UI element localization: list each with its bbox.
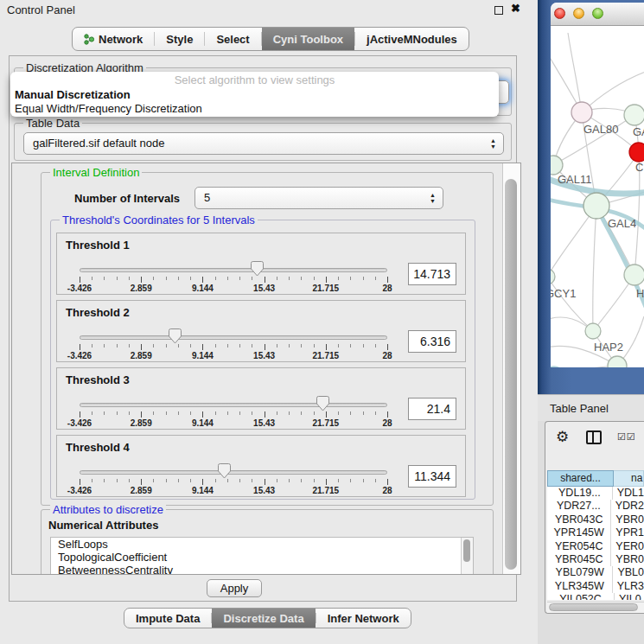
table-row[interactable]: YBL079WYBL0 — [547, 566, 644, 579]
control-panel: Control Panel ✖ NetworkStyleSelectCyni T… — [0, 0, 538, 644]
num-intervals-value: 5 — [204, 188, 210, 208]
gear-icon[interactable]: ⚙ — [556, 428, 569, 446]
table-row[interactable]: YDR27...YDR2 — [547, 500, 644, 513]
table-row[interactable]: YBR045CYBR0 — [547, 553, 644, 566]
node-label-gal11: GAL11 — [558, 173, 592, 186]
zoom-traffic-light-icon[interactable] — [592, 8, 603, 19]
close-traffic-light-icon[interactable] — [554, 8, 565, 19]
node-label-ga: GA — [633, 125, 644, 138]
float-window-icon[interactable] — [494, 6, 503, 15]
slider-ticks — [80, 344, 387, 351]
threshold-value-field[interactable]: 11.344 — [408, 465, 456, 488]
split-columns-icon[interactable] — [586, 430, 602, 444]
tick-mark — [265, 344, 265, 350]
table-row[interactable]: YER054CYER0 — [547, 540, 644, 553]
table-header-row: shared...na — [547, 470, 644, 487]
network-graph[interactable]: GAL80GACGAL11GAL4GCY1HHAP2 — [551, 26, 644, 367]
network-node[interactable] — [551, 156, 563, 175]
attributes-group-title: Attributes to discretize — [50, 503, 166, 516]
network-icon — [84, 34, 94, 45]
network-node[interactable] — [571, 102, 592, 123]
network-window-titlebar[interactable] — [551, 3, 644, 26]
horizontal-scrollbar[interactable] — [547, 602, 644, 613]
tick-mark — [326, 411, 327, 418]
tick-mark — [227, 479, 228, 482]
bottom-tab-bar: Impute DataDiscretize DataInfer Network — [124, 608, 411, 628]
tab-discretize-data[interactable]: Discretize Data — [212, 609, 315, 628]
slider-thumb[interactable] — [251, 261, 264, 277]
vertical-scrollbar[interactable] — [502, 163, 520, 574]
slider-track[interactable] — [80, 403, 387, 407]
cell-name: YBR0 — [610, 553, 644, 566]
tick-label: 2.859 — [131, 418, 152, 428]
network-node[interactable] — [551, 269, 555, 284]
tick-mark — [277, 411, 277, 415]
tab-cyni-toolbox[interactable]: Cyni Toolbox — [262, 28, 354, 50]
tab-select[interactable]: Select — [205, 28, 260, 50]
attribute-list-item[interactable]: BetweennessCentrality — [51, 564, 473, 575]
list-scrollbar-thumb[interactable] — [463, 539, 470, 562]
slider-track[interactable] — [80, 268, 387, 272]
tick-mark — [166, 344, 167, 348]
vertical-scrollbar-thumb[interactable] — [505, 179, 517, 570]
table-row[interactable]: YPR145WYPR1 — [547, 526, 644, 539]
apply-button[interactable]: Apply — [207, 579, 262, 597]
table-data-combobox[interactable]: galFiltered.sif default node ▲▼ — [23, 132, 504, 155]
slider-thumb[interactable] — [218, 463, 231, 479]
network-canvas[interactable]: GAL80GACGAL11GAL4GCY1HHAP2 — [551, 26, 644, 367]
slider-track[interactable] — [80, 335, 387, 340]
tick-mark — [166, 479, 167, 482]
tick-label: 15.43 — [253, 284, 275, 293]
horizontal-scrollbar-thumb[interactable] — [549, 603, 638, 611]
select-columns-icon[interactable]: ☑☑ — [617, 431, 636, 443]
popup-item-manual-discretization[interactable]: Manual Discretization — [10, 88, 499, 102]
tab-impute-data[interactable]: Impute Data — [124, 609, 211, 628]
network-node[interactable] — [629, 143, 644, 162]
tick-mark — [104, 277, 105, 280]
attribute-list-item[interactable]: SelfLoops — [51, 538, 473, 551]
tick-mark — [239, 479, 240, 482]
network-node[interactable] — [624, 105, 644, 125]
tab-infer-network[interactable]: Infer Network — [316, 609, 411, 628]
threshold-value-field[interactable]: 21.4 — [408, 398, 456, 420]
slider-thumb[interactable] — [316, 396, 329, 411]
tab-style[interactable]: Style — [155, 28, 204, 50]
network-node[interactable] — [624, 265, 644, 285]
list-scrollbar[interactable] — [461, 538, 473, 575]
threshold-value-field[interactable]: 14.713 — [408, 263, 456, 285]
tick-mark — [104, 479, 105, 482]
tick-label: 28 — [382, 486, 392, 495]
node-label-h: H — [636, 287, 644, 300]
minimize-traffic-light-icon[interactable] — [573, 8, 584, 19]
table-row[interactable]: YIL052CYIL0 — [547, 593, 644, 600]
table-row[interactable]: YLR345WYLR3 — [547, 580, 644, 593]
threshold-value-field[interactable]: 6.316 — [408, 330, 456, 353]
close-icon[interactable]: ✖ — [511, 2, 520, 15]
tick-mark — [387, 411, 388, 418]
attribute-list-item[interactable]: TopologicalCoefficient — [51, 551, 473, 564]
tick-mark — [239, 277, 240, 280]
tick-label: 28 — [382, 418, 392, 428]
tick-mark — [350, 344, 351, 348]
num-intervals-spinner[interactable]: 5 ▲▼ — [194, 187, 443, 209]
popup-item-equal-width-frequency-discretization[interactable]: Equal Width/Frequency Discretization — [10, 102, 499, 116]
column-header-na[interactable]: na — [614, 470, 644, 487]
column-header-shared[interactable]: shared... — [547, 470, 614, 487]
table-row[interactable]: YDL19...YDL1 — [547, 487, 644, 500]
threshold-panel: Threshold 3-3.4262.8599.14415.4321.71528… — [56, 367, 466, 430]
slider-track[interactable] — [80, 470, 387, 475]
tick-mark — [375, 344, 376, 348]
slider-thumb[interactable] — [169, 328, 182, 344]
table-row[interactable]: YBR043CYBR0 — [547, 513, 644, 526]
network-node[interactable] — [583, 193, 609, 219]
network-node[interactable] — [585, 323, 601, 339]
tick-label: -3.426 — [67, 284, 92, 293]
tick-mark — [178, 344, 179, 348]
tick-label: 21.715 — [313, 284, 340, 293]
tab-network[interactable]: Network — [73, 28, 154, 50]
cell-name: YDR2 — [610, 500, 644, 513]
tick-mark — [141, 479, 142, 485]
tab-label: Network — [99, 33, 143, 46]
tab-jactivemnodules[interactable]: jActiveMNodules — [355, 28, 469, 50]
tick-mark — [92, 411, 92, 415]
